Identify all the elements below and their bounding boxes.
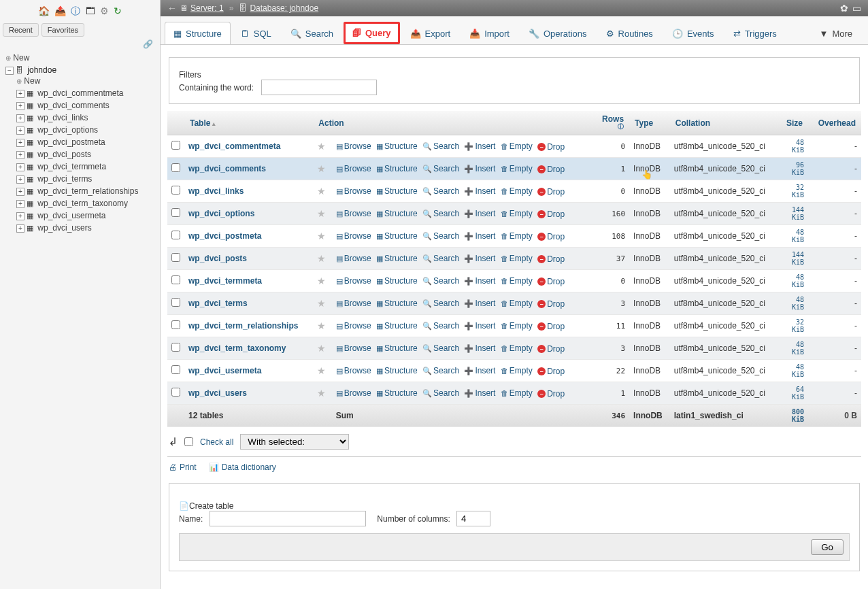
action-insert[interactable]: ➕ Insert: [464, 366, 495, 375]
action-browse[interactable]: ▤ Browse: [336, 276, 371, 286]
star-icon[interactable]: ★: [317, 163, 326, 174]
action-drop[interactable]: – Drop: [537, 344, 565, 354]
star-icon[interactable]: ★: [317, 253, 326, 264]
settings-gear-icon[interactable]: ✿: [840, 3, 848, 14]
tab-more[interactable]: ▼More: [811, 22, 862, 44]
sidebar-tab-favorites[interactable]: Favorites: [41, 23, 84, 37]
tree-new-db[interactable]: New: [13, 53, 29, 63]
action-search[interactable]: 🔍 Search: [422, 299, 459, 308]
tree-table-link[interactable]: wp_dvci_users: [37, 223, 91, 233]
action-empty[interactable]: 🗑 Empty: [501, 164, 533, 173]
action-structure[interactable]: ▦ Structure: [376, 321, 418, 331]
star-icon[interactable]: ★: [317, 275, 326, 286]
with-selected-dropdown[interactable]: With selected:: [240, 434, 349, 450]
star-icon[interactable]: ★: [317, 365, 326, 376]
action-structure[interactable]: ▦ Structure: [376, 388, 418, 398]
col-rows[interactable]: Rowsⓘ: [594, 111, 629, 135]
col-table[interactable]: Table: [184, 111, 313, 135]
action-insert[interactable]: ➕ Insert: [464, 164, 495, 173]
action-drop[interactable]: – Drop: [537, 367, 565, 376]
tree-table-link[interactable]: wp_dvci_posts: [37, 150, 91, 159]
tree-toggle[interactable]: −: [5, 67, 14, 75]
action-insert[interactable]: ➕ Insert: [464, 388, 495, 398]
action-browse[interactable]: ▤ Browse: [336, 209, 371, 218]
settings-icon[interactable]: ⚙: [100, 5, 109, 16]
col-collation[interactable]: Collation: [670, 111, 779, 135]
action-empty[interactable]: 🗑 Empty: [501, 231, 533, 241]
tree-table-link[interactable]: wp_dvci_links: [37, 113, 88, 122]
star-icon[interactable]: ★: [317, 343, 326, 354]
row-checkbox[interactable]: [171, 208, 180, 217]
action-search[interactable]: 🔍 Search: [422, 388, 459, 398]
tab-triggers[interactable]: ⇄Triggers: [724, 22, 786, 44]
table-name-link[interactable]: wp_dvci_options: [188, 209, 254, 218]
tree-toggle[interactable]: +: [16, 224, 24, 233]
tree-toggle[interactable]: +: [16, 102, 24, 110]
tree-toggle[interactable]: +: [16, 188, 24, 196]
breadcrumb-server[interactable]: Server: 1: [190, 3, 224, 13]
action-search[interactable]: 🔍 Search: [422, 164, 459, 173]
action-drop[interactable]: – Drop: [537, 232, 565, 241]
collapse-icon[interactable]: ▭: [852, 3, 861, 14]
action-search[interactable]: 🔍 Search: [422, 231, 459, 241]
tree-toggle[interactable]: +: [16, 114, 24, 122]
action-insert[interactable]: ➕ Insert: [464, 321, 495, 331]
action-structure[interactable]: ▦ Structure: [376, 164, 418, 173]
action-search[interactable]: 🔍 Search: [422, 141, 459, 151]
action-search[interactable]: 🔍 Search: [422, 209, 459, 218]
action-empty[interactable]: 🗑 Empty: [501, 254, 533, 263]
action-insert[interactable]: ➕ Insert: [464, 231, 495, 241]
table-name-link[interactable]: wp_dvci_postmeta: [188, 231, 261, 241]
table-name-link[interactable]: wp_dvci_links: [188, 186, 244, 196]
action-empty[interactable]: 🗑 Empty: [501, 186, 533, 196]
tree-toggle[interactable]: +: [16, 175, 24, 184]
action-browse[interactable]: ▤ Browse: [336, 254, 371, 263]
row-checkbox[interactable]: [171, 298, 180, 307]
create-cols-input[interactable]: [456, 511, 490, 526]
tree-new-table[interactable]: New: [24, 76, 40, 86]
action-empty[interactable]: 🗑 Empty: [501, 141, 533, 151]
reload-icon[interactable]: ↻: [114, 5, 122, 16]
action-empty[interactable]: 🗑 Empty: [501, 299, 533, 308]
action-browse[interactable]: ▤ Browse: [336, 186, 371, 196]
tab-structure[interactable]: ▦Structure: [165, 22, 231, 44]
go-button[interactable]: Go: [811, 539, 844, 555]
table-name-link[interactable]: wp_dvci_termmeta: [188, 276, 262, 286]
action-empty[interactable]: 🗑 Empty: [501, 209, 533, 218]
table-name-link[interactable]: wp_dvci_term_relationships: [188, 321, 298, 331]
action-structure[interactable]: ▦ Structure: [376, 299, 418, 308]
row-checkbox[interactable]: [171, 253, 180, 262]
action-search[interactable]: 🔍 Search: [422, 366, 459, 375]
tree-toggle[interactable]: +: [16, 139, 24, 147]
tree-toggle[interactable]: +: [16, 200, 24, 208]
tab-sql[interactable]: 🗒SQL: [232, 22, 280, 44]
row-checkbox[interactable]: [171, 365, 180, 374]
table-name-link[interactable]: wp_dvci_commentmeta: [188, 141, 280, 151]
row-checkbox[interactable]: [171, 275, 180, 284]
action-search[interactable]: 🔍 Search: [422, 254, 459, 263]
action-browse[interactable]: ▤ Browse: [336, 366, 371, 375]
tab-export[interactable]: 📤Export: [401, 22, 460, 44]
tree-table-link[interactable]: wp_dvci_term_taxonomy: [37, 199, 128, 208]
tree-toggle[interactable]: +: [16, 212, 24, 220]
action-browse[interactable]: ▤ Browse: [336, 299, 371, 308]
action-drop[interactable]: – Drop: [537, 142, 565, 152]
action-search[interactable]: 🔍 Search: [422, 186, 459, 196]
star-icon[interactable]: ★: [317, 141, 326, 152]
action-drop[interactable]: – Drop: [537, 322, 565, 331]
filter-input[interactable]: [261, 80, 377, 95]
sidebar-tab-recent[interactable]: Recent: [3, 23, 39, 37]
checkall-box[interactable]: [184, 437, 193, 446]
tab-query[interactable]: 🗐Query: [344, 22, 400, 44]
row-checkbox[interactable]: [171, 141, 180, 150]
star-icon[interactable]: ★: [317, 186, 326, 197]
star-icon[interactable]: ★: [317, 231, 326, 241]
row-checkbox[interactable]: [171, 320, 180, 329]
create-name-input[interactable]: [210, 511, 366, 526]
tree-toggle[interactable]: +: [16, 163, 24, 171]
action-insert[interactable]: ➕ Insert: [464, 299, 495, 308]
action-empty[interactable]: 🗑 Empty: [501, 388, 533, 398]
tab-events[interactable]: 🕒Events: [663, 22, 723, 44]
action-insert[interactable]: ➕ Insert: [464, 254, 495, 263]
action-structure[interactable]: ▦ Structure: [376, 231, 418, 241]
